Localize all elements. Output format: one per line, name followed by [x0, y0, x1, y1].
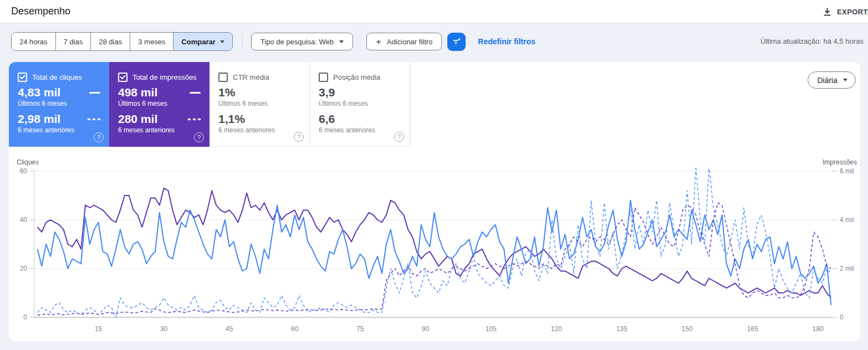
date-range-24h[interactable]: 24 horas: [12, 33, 55, 50]
export-button[interactable]: EXPORTAR: [819, 0, 868, 23]
granularity-dropdown[interactable]: Diária: [808, 71, 856, 89]
help-icon[interactable]: ?: [394, 132, 404, 142]
svg-text:Cliques: Cliques: [17, 158, 39, 166]
svg-text:60: 60: [20, 167, 28, 175]
svg-text:75: 75: [356, 325, 364, 333]
svg-text:6 mil: 6 mil: [840, 167, 854, 175]
svg-text:45: 45: [226, 325, 233, 333]
period-previous: 6 meses anteriores: [18, 126, 100, 134]
performance-chart[interactable]: 606 mil404 mil202 mil00CliquesImpressões…: [9, 156, 860, 339]
svg-text:165: 165: [747, 325, 758, 333]
svg-text:4 mil: 4 mil: [840, 216, 854, 224]
granularity-label: Diária: [817, 76, 838, 85]
card-total-clicks[interactable]: Total de cliques 4,83 mil Últimos 6 mese…: [9, 62, 109, 147]
period-current: Últimos 6 meses: [218, 100, 300, 107]
chevron-down-icon: [843, 79, 847, 81]
card-total-impressions[interactable]: Total de impressões 498 mil Últimos 6 me…: [109, 62, 210, 147]
reset-filters-link[interactable]: Redefinir filtros: [474, 37, 538, 47]
toolbar-divider: [242, 34, 243, 49]
period-previous: 6 meses anteriores: [218, 126, 300, 134]
help-icon[interactable]: ?: [94, 132, 104, 142]
card-label: Posição média: [333, 73, 380, 81]
filter-settings-button[interactable]: [447, 33, 466, 51]
metric-value-previous: 280 mil: [118, 112, 157, 126]
card-label: CTR média: [233, 73, 269, 81]
period-previous: 6 meses anteriores: [319, 126, 401, 134]
metric-value-previous: 6,6: [319, 112, 335, 126]
svg-text:150: 150: [682, 325, 693, 333]
svg-text:120: 120: [551, 325, 562, 333]
card-label: Total de cliques: [32, 73, 82, 81]
svg-text:0: 0: [840, 313, 844, 321]
metric-cards-row: Total de cliques 4,83 mil Últimos 6 mese…: [9, 62, 860, 147]
metric-value-current: 4,83 mil: [18, 86, 60, 99]
filter-sparkle-icon: [452, 37, 462, 47]
checkbox-total-impressions[interactable]: [118, 73, 127, 82]
add-filter-chip[interactable]: + Adicionar filtro: [366, 33, 442, 50]
svg-text:30: 30: [160, 325, 168, 333]
date-range-3m[interactable]: 3 meses: [130, 33, 173, 50]
card-avg-ctr[interactable]: CTR média 1% Últimos 6 meses 1,1% 6 mese…: [210, 62, 310, 147]
last-update-text: Última atualização: há 4,5 horas: [760, 37, 864, 45]
add-filter-label: Adicionar filtro: [387, 38, 432, 46]
svg-text:Impressões: Impressões: [823, 158, 857, 166]
page-header: Desempenho EXPORTAR: [0, 0, 868, 23]
search-type-label: Tipo de pesquisa: Web: [261, 38, 334, 46]
checkbox-total-clicks[interactable]: [18, 73, 27, 82]
filters-toolbar: 24 horas 7 dias 28 dias 3 meses Comparar…: [0, 23, 868, 60]
dashed-line-legend-icon: [188, 119, 201, 120]
help-icon[interactable]: ?: [294, 132, 304, 142]
period-previous: 6 meses anteriores: [118, 126, 201, 134]
help-icon[interactable]: ?: [194, 132, 204, 142]
metric-value-previous: 2,98 mil: [18, 112, 60, 126]
svg-text:20: 20: [20, 265, 28, 272]
metric-value-previous: 1,1%: [218, 112, 245, 126]
plus-icon: +: [376, 37, 381, 47]
chart-canvas[interactable]: 606 mil404 mil202 mil00CliquesImpressões…: [9, 156, 860, 339]
svg-text:105: 105: [486, 325, 497, 333]
date-range-chip-group: 24 horas 7 dias 28 dias 3 meses Comparar: [11, 32, 233, 51]
svg-text:90: 90: [422, 325, 430, 333]
checkbox-avg-position[interactable]: [319, 73, 328, 82]
period-current: Últimos 6 meses: [319, 100, 401, 107]
search-type-chip[interactable]: Tipo de pesquisa: Web: [251, 33, 353, 50]
page-title: Desempenho: [11, 6, 70, 17]
svg-text:0: 0: [23, 313, 27, 321]
export-label: EXPORTAR: [837, 8, 868, 16]
compare-label: Comparar: [181, 38, 215, 46]
svg-text:2 mil: 2 mil: [840, 265, 854, 272]
card-avg-position[interactable]: Posição média 3,9 Últimos 6 meses 6,6 6 …: [310, 62, 410, 147]
svg-text:40: 40: [20, 216, 28, 224]
metric-value-current: 3,9: [319, 86, 335, 99]
period-current: Últimos 6 meses: [18, 100, 100, 107]
download-icon: [823, 7, 832, 17]
performance-panel: Total de cliques 4,83 mil Últimos 6 mese…: [9, 62, 860, 341]
compare-chip[interactable]: Comparar: [173, 33, 232, 50]
chevron-down-icon: [220, 40, 224, 43]
svg-text:180: 180: [813, 325, 824, 333]
dashed-line-legend-icon: [88, 119, 100, 120]
solid-line-legend-icon: [89, 92, 100, 94]
checkbox-avg-ctr[interactable]: [218, 73, 228, 82]
svg-text:135: 135: [616, 325, 627, 333]
svg-text:60: 60: [291, 325, 299, 333]
metric-value-current: 1%: [218, 86, 235, 99]
metric-value-current: 498 mil: [118, 86, 157, 99]
date-range-28d[interactable]: 28 dias: [90, 33, 130, 50]
chevron-down-icon: [339, 40, 344, 43]
card-label: Total de impressões: [132, 73, 197, 81]
period-current: Últimos 6 meses: [118, 100, 201, 107]
date-range-7d[interactable]: 7 dias: [55, 33, 91, 50]
solid-line-legend-icon: [190, 92, 201, 94]
svg-text:15: 15: [95, 325, 103, 333]
search-console-performance-page: Desempenho EXPORTAR 24 horas 7 dias 28 d…: [0, 0, 868, 350]
